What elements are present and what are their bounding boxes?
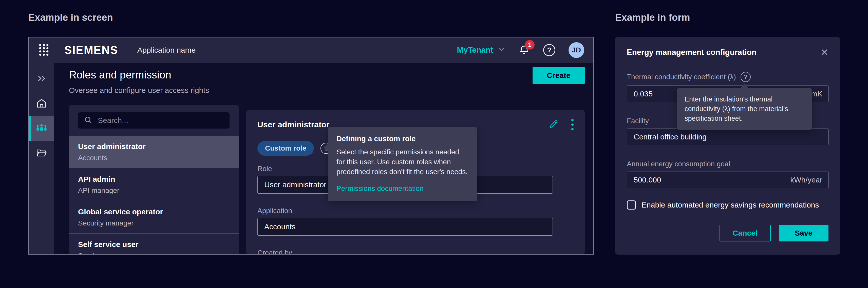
checkbox-label: Enable automated energy savings recommen… [642, 201, 819, 209]
notifications-button[interactable]: 1 [518, 44, 530, 57]
role-subtitle: Accounts [78, 154, 229, 162]
role-subtitle: API manager [78, 186, 229, 194]
role-list-item-user-administrator[interactable]: User administrator Accounts [69, 136, 239, 168]
permissions-documentation-link[interactable]: Permissions documentation [337, 184, 424, 192]
page-subtitle: Oversee and configure user access rights [69, 86, 585, 95]
pencil-icon [549, 119, 559, 130]
sidebar-item-home[interactable] [29, 91, 54, 116]
search-icon [84, 115, 93, 125]
active-indicator [29, 116, 31, 141]
role-title: Self service user [78, 240, 229, 249]
sidebar-item-users[interactable] [29, 116, 54, 141]
thermal-help-button[interactable]: ? [741, 72, 751, 82]
goal-field-label: Annual energy consumption goal [627, 160, 829, 168]
role-subtitle: Security manager [78, 219, 229, 227]
user-avatar[interactable]: JD [568, 42, 584, 58]
help-icon: ? [547, 46, 551, 54]
close-button[interactable]: ✕ [820, 47, 829, 57]
role-list-item-api-admin[interactable]: API admin API manager [69, 168, 239, 201]
tooltip-body: Enter the insulation's thermal conductiv… [685, 95, 804, 123]
detail-title: User administrator [257, 120, 330, 129]
thermal-field-label: Thermal conductivity coefficient (λ) [627, 73, 736, 81]
recommendations-checkbox-row[interactable]: Enable automated energy savings recommen… [627, 201, 829, 210]
tenant-switcher[interactable]: MyTenant [457, 45, 505, 55]
page-title: Roles and permission [69, 69, 585, 81]
energy-form-card: Energy management configuration ✕ Therma… [615, 37, 840, 255]
notification-badge: 1 [525, 40, 535, 49]
help-button[interactable]: ? [543, 44, 555, 56]
close-icon: ✕ [820, 47, 829, 58]
home-icon [36, 98, 48, 110]
tooltip-arrow [740, 84, 748, 88]
search-box [78, 112, 229, 129]
save-button[interactable]: Save [779, 225, 829, 242]
facility-field-input[interactable] [627, 129, 829, 145]
siemens-logo: SIEMENS [64, 44, 118, 57]
created-by-field-label: Created by [257, 249, 553, 254]
tooltip-body: Select the specific permissions needed f… [337, 147, 469, 177]
help-icon: ? [744, 73, 747, 80]
right-section-title: Example in form [615, 12, 690, 23]
application-field-label: Application [257, 207, 553, 215]
roles-list-panel: User administrator Accounts API admin AP… [69, 105, 239, 254]
folder-open-icon [36, 147, 48, 159]
app-header: SIEMENS Application name MyTenant 1 [29, 37, 593, 63]
tooltip-arrow [323, 144, 328, 152]
search-input[interactable] [98, 116, 224, 125]
goal-unit: kWh/year [790, 176, 823, 184]
chevron-down-icon [498, 45, 505, 55]
role-list-item-self-service-user[interactable]: Self service user Service [69, 233, 239, 254]
double-chevron-right-icon [36, 73, 47, 84]
application-field-input[interactable] [257, 218, 553, 236]
kebab-icon [571, 119, 574, 130]
left-section-title: Example in screen [28, 12, 113, 23]
more-options-button[interactable] [571, 119, 574, 130]
roles-list: User administrator Accounts API admin AP… [69, 136, 239, 254]
sidebar [29, 63, 54, 254]
role-subtitle: Service [78, 252, 229, 254]
app-window: SIEMENS Application name MyTenant 1 [28, 37, 594, 255]
tooltip-title: Defining a custom role [337, 135, 469, 143]
role-title: Global service operator [78, 208, 229, 216]
create-button[interactable]: Create [532, 67, 585, 84]
cancel-button[interactable]: Cancel [719, 225, 771, 242]
form-title: Energy management configuration [627, 48, 756, 57]
app-launcher-button[interactable] [38, 43, 50, 57]
role-detail-panel: User administrator [246, 110, 585, 254]
app-grid-icon [38, 43, 50, 57]
tenant-label: MyTenant [457, 45, 493, 55]
role-title: User administrator [78, 142, 229, 151]
role-title: API admin [78, 175, 229, 183]
bell-icon [518, 52, 530, 57]
users-icon [35, 122, 48, 135]
checkbox-unchecked[interactable] [627, 201, 636, 210]
role-list-item-global-service-operator[interactable]: Global service operator Security manager [69, 201, 239, 233]
custom-role-tooltip: Defining a custom role Select the specif… [328, 127, 477, 201]
sidebar-expand-button[interactable] [29, 66, 54, 91]
edit-button[interactable] [549, 119, 559, 130]
application-name: Application name [137, 46, 195, 55]
content-area: Roles and permission Oversee and configu… [54, 63, 593, 254]
sidebar-item-files[interactable] [29, 141, 54, 166]
thermal-tooltip: Enter the insulation's thermal conductiv… [677, 88, 812, 130]
custom-role-badge: Custom role [257, 141, 314, 156]
